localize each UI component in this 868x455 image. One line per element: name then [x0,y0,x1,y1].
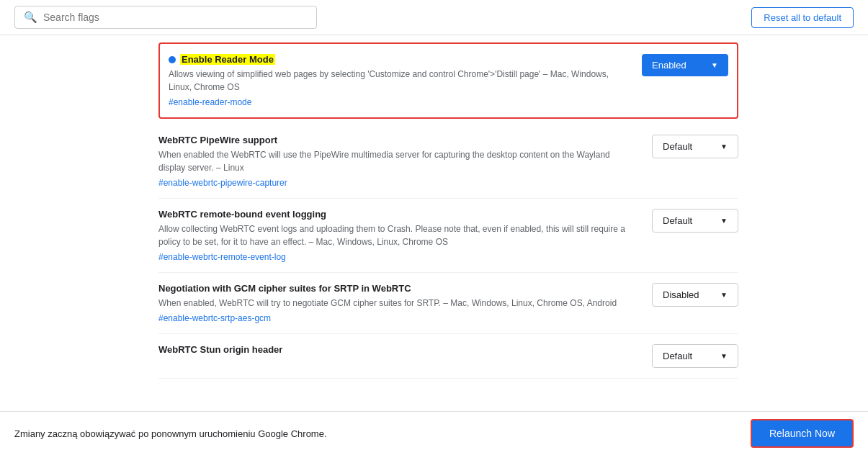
flag-item: Negotiation with GCM cipher suites for S… [158,273,738,334]
flag-title-text: Enable Reader Mode [180,54,275,65]
flag-item: WebRTC Stun origin headerDefault▼ [158,334,738,379]
flag-text: Negotiation with GCM cipher suites for S… [158,283,637,323]
flag-description: Allows viewing of simplified web pages b… [169,68,627,94]
flag-description: When enabled, WebRTC will try to negotia… [158,297,637,310]
blue-dot-icon [169,56,176,63]
flag-title-text: WebRTC PipeWire support [158,135,277,145]
reset-all-button[interactable]: Reset all to default [751,7,854,28]
flag-text: WebRTC Stun origin header [158,344,637,358]
flag-item: Enable Reader ModeAllows viewing of simp… [158,42,738,119]
flag-title: Negotiation with GCM cipher suites for S… [158,283,637,294]
header: 🔍 Reset all to default [0,0,868,35]
flag-text: WebRTC PipeWire supportWhen enabled the … [158,135,637,188]
flag-control[interactable]: Default▼ [652,209,738,233]
flag-description: When enabled the WebRTC will use the Pip… [158,148,637,174]
flag-dropdown-button[interactable]: Disabled▼ [652,283,738,307]
flags-content: Enable Reader ModeAllows viewing of simp… [0,35,868,438]
relaunch-now-button[interactable]: Relaunch Now [751,419,854,448]
flag-link-anchor[interactable]: #enable-webrtc-pipewire-capturer [158,178,287,188]
flag-dropdown-label: Default [663,351,692,361]
flag-anchor-link[interactable]: #enable-reader-mode [169,96,627,107]
flag-link-anchor[interactable]: #enable-reader-mode [169,97,251,107]
flag-title: WebRTC remote-bound event logging [158,209,637,220]
flag-dropdown-button[interactable]: Default▼ [652,344,738,368]
search-icon: 🔍 [24,11,37,24]
flag-title: Enable Reader Mode [169,54,627,65]
flag-dropdown-label: Default [663,215,692,226]
flag-control[interactable]: Enabled▼ [642,54,728,76]
chevron-down-icon: ▼ [720,352,728,360]
flag-dropdown-button[interactable]: Enabled▼ [642,54,728,76]
flag-dropdown-label: Default [663,141,692,152]
flag-control[interactable]: Default▼ [652,344,738,368]
flag-anchor-link[interactable]: #enable-webrtc-pipewire-capturer [158,177,637,188]
flag-title-text: WebRTC Stun origin header [158,344,282,355]
flag-control[interactable]: Disabled▼ [652,283,738,307]
flag-title: WebRTC Stun origin header [158,344,637,355]
flag-dropdown-label: Disabled [663,289,699,300]
search-bar[interactable]: 🔍 [14,6,317,29]
search-input[interactable] [43,12,308,23]
flag-title: WebRTC PipeWire support [158,135,637,145]
chevron-down-icon: ▼ [720,143,728,150]
flag-title-text: WebRTC remote-bound event logging [158,209,326,220]
flag-text: Enable Reader ModeAllows viewing of simp… [169,54,627,107]
chevron-down-icon: ▼ [720,291,728,299]
chevron-down-icon: ▼ [711,61,718,69]
flag-dropdown-button[interactable]: Default▼ [652,135,738,158]
flag-link-anchor[interactable]: #enable-webrtc-remote-event-log [158,252,286,262]
flag-text: WebRTC remote-bound event loggingAllow c… [158,209,637,262]
relaunch-message: Zmiany zaczną obowiązywać po ponownym ur… [14,428,327,439]
flag-anchor-link[interactable]: #enable-webrtc-remote-event-log [158,251,637,262]
flag-dropdown-button[interactable]: Default▼ [652,209,738,233]
flag-anchor-link[interactable]: #enable-webrtc-srtp-aes-gcm [158,312,637,323]
flag-description: Allow collecting WebRTC event logs and u… [158,222,637,248]
flag-link-anchor[interactable]: #enable-webrtc-srtp-aes-gcm [158,313,271,323]
flag-dropdown-label: Enabled [652,60,686,71]
chevron-down-icon: ▼ [720,217,728,225]
flag-item: WebRTC PipeWire supportWhen enabled the … [158,125,738,199]
bottom-bar: Zmiany zaczną obowiązywać po ponownym ur… [0,411,868,455]
flag-title-text: Negotiation with GCM cipher suites for S… [158,283,411,294]
flag-control[interactable]: Default▼ [652,135,738,158]
flag-item: WebRTC remote-bound event loggingAllow c… [158,199,738,273]
